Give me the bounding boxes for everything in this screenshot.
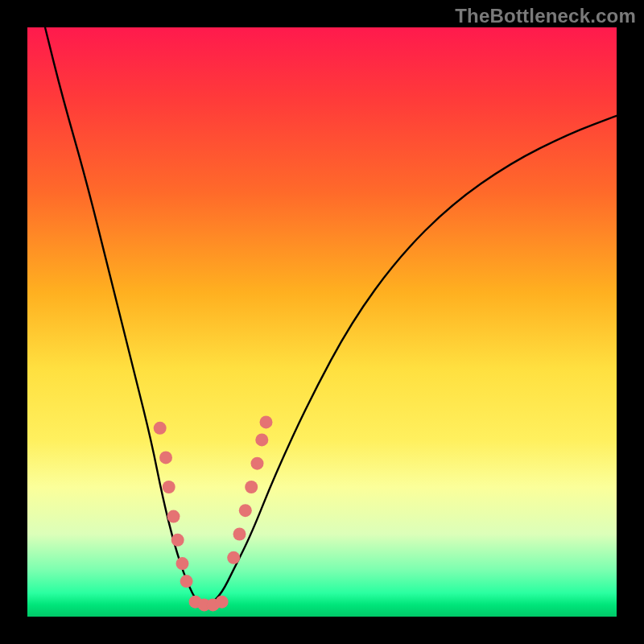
scatter-bottom-cluster: [189, 596, 229, 612]
scatter-point: [255, 433, 268, 446]
scatter-point: [163, 481, 175, 493]
curve-path: [45, 27, 617, 605]
scatter-point: [154, 422, 167, 435]
scatter-right-branch: [227, 415, 272, 564]
scatter-left-branch: [154, 422, 193, 588]
bottleneck-curve: [45, 27, 617, 605]
scatter-point: [245, 481, 258, 493]
scatter-point: [260, 415, 273, 428]
scatter-point: [239, 504, 252, 517]
scatter-point: [180, 575, 193, 588]
chart-svg: [27, 27, 617, 617]
scatter-point: [216, 596, 229, 609]
scatter-point: [167, 510, 180, 523]
scatter-point: [227, 551, 240, 564]
chart-frame: TheBottleneck.com: [0, 0, 644, 644]
watermark-text: TheBottleneck.com: [455, 5, 636, 27]
scatter-point: [251, 457, 264, 470]
scatter-point: [171, 534, 184, 547]
scatter-point: [176, 557, 189, 570]
scatter-point: [233, 528, 246, 541]
plot-area: [27, 27, 617, 617]
scatter-point: [159, 451, 172, 464]
